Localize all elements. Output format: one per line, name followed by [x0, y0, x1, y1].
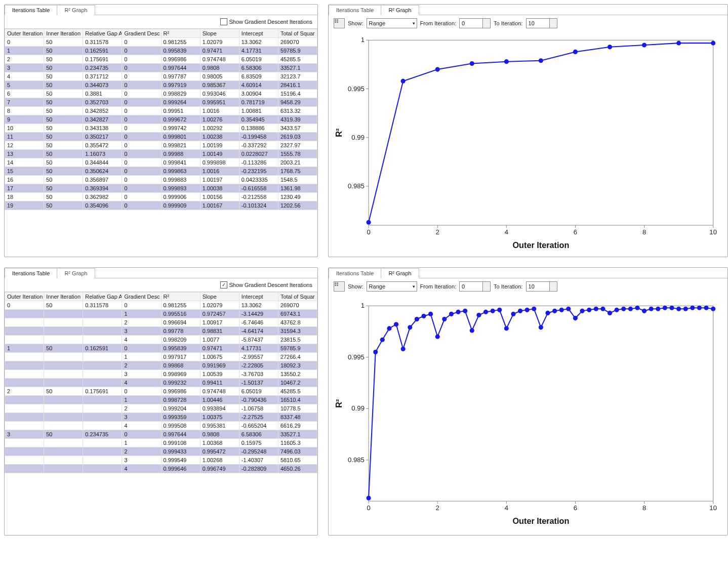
table-row[interactable]: 40.9982091.0077-5.8743723815.5: [5, 336, 317, 344]
tab-iterations[interactable]: Iterations Table: [5, 5, 57, 15]
table-row[interactable]: 10.9955160.972457-3.1442969743.1: [5, 310, 317, 318]
iterations-table-bottom[interactable]: Outer IterationInner IterationRelative G…: [5, 292, 317, 535]
col-header[interactable]: Relative Gap A: [83, 29, 122, 38]
table-row[interactable]: 10.9991081.003680.1597511605.3: [5, 439, 317, 447]
table-row[interactable]: 14500.34484400.9998410.999898-0.11328620…: [5, 158, 317, 167]
col-header[interactable]: Relative Gap A: [83, 293, 122, 301]
table-row[interactable]: 16500.35689700.9998831.001970.0423335154…: [5, 176, 317, 184]
tab-r2[interactable]: R² Graph: [381, 5, 419, 15]
table-row[interactable]: 40.9992320.99411-1.5013710467.2: [5, 379, 317, 387]
svg-point-64: [373, 350, 378, 354]
table-row[interactable]: 10.9979171.00675-2.9955727266.4: [5, 353, 317, 361]
table-row[interactable]: 10.9987281.00446-0.79043616510.4: [5, 396, 317, 404]
svg-text:1: 1: [361, 36, 365, 44]
show-grad-desc-checkbox[interactable]: [220, 18, 227, 25]
svg-text:R²: R²: [334, 399, 343, 408]
table-row[interactable]: 9500.34282700.9996721.002760.3549454319.…: [5, 115, 317, 124]
svg-point-97: [600, 307, 605, 311]
svg-text:0.995: 0.995: [348, 353, 365, 361]
table-row[interactable]: 30.997780.98831-4.6417431594.3: [5, 327, 317, 336]
table-row[interactable]: 20.9966941.00917-6.7464643762.8: [5, 318, 317, 327]
table-row[interactable]: 20.998680.991969-2.2280518092.3: [5, 361, 317, 370]
col-header[interactable]: Inner Iteration: [44, 293, 83, 301]
to-iteration-input[interactable]: 10▴▾: [526, 281, 557, 292]
col-header[interactable]: R²: [161, 29, 200, 38]
col-header[interactable]: R²: [161, 293, 200, 301]
show-grad-desc-checkbox[interactable]: [220, 281, 227, 288]
col-header[interactable]: Gradient Desc: [122, 29, 161, 38]
col-header[interactable]: Gradient Desc: [122, 293, 161, 301]
col-header[interactable]: Outer Iteration: [5, 29, 44, 38]
table-row[interactable]: 30.9993591.00375-2.275258337.48: [5, 413, 317, 422]
table-row[interactable]: 10500.34313800.9997421.002920.1388863433…: [5, 124, 317, 133]
table-row[interactable]: 5500.34407300.9979190.9853674.6091428416…: [5, 81, 317, 90]
table-row[interactable]: 40.9996460.996749-0.2828094650.26: [5, 465, 317, 473]
svg-text:8: 8: [642, 228, 646, 236]
from-label: From Iteration:: [420, 283, 457, 290]
from-iteration-input[interactable]: 0▴▾: [459, 18, 491, 28]
table-row[interactable]: 30.9989691.00539-3.7670313550.2: [5, 370, 317, 379]
table-row[interactable]: 20.9994330.995472-0.2952487496.03: [5, 447, 317, 456]
show-range-combo[interactable]: Range: [367, 281, 417, 292]
table-row[interactable]: 0500.31157800.9812551.0207913.3062269070: [5, 38, 317, 47]
table-row[interactable]: 0500.31157800.9812551.0207913.3062269070: [5, 301, 317, 310]
show-grad-desc-label: Show Gradient Descent Iterations: [229, 282, 312, 288]
svg-rect-1: [337, 19, 338, 21]
svg-text:6: 6: [574, 228, 577, 236]
tab-r2[interactable]: R² Graph: [381, 268, 419, 278]
table-row[interactable]: 2500.17569100.9969860.9747486.0501945285…: [5, 387, 317, 396]
col-header[interactable]: Slope: [200, 293, 239, 301]
svg-point-63: [367, 496, 371, 501]
from-iteration-input[interactable]: 0▴▾: [459, 281, 491, 292]
svg-point-113: [711, 307, 715, 311]
svg-point-101: [628, 307, 633, 311]
svg-rect-39: [337, 282, 338, 284]
col-header[interactable]: Outer Iteration: [5, 293, 44, 301]
to-iteration-input[interactable]: 10▴▾: [526, 18, 557, 28]
tab-iterations[interactable]: Iterations Table: [329, 268, 381, 278]
svg-point-100: [621, 307, 626, 311]
show-range-combo[interactable]: Range: [367, 18, 417, 28]
table-row[interactable]: 19500.35409600.9999091.00167-0.101324120…: [5, 201, 317, 210]
svg-text:0.995: 0.995: [348, 85, 365, 93]
svg-point-105: [656, 307, 660, 311]
table-row[interactable]: 2500.17569100.9969860.9747486.0501945285…: [5, 55, 317, 64]
show-options-button[interactable]: [334, 281, 345, 292]
table-row[interactable]: 20.9992040.993894-1.0675810778.5: [5, 404, 317, 413]
svg-rect-3: [337, 21, 338, 23]
col-header[interactable]: Total of Squar: [278, 293, 317, 301]
col-header[interactable]: Inner Iteration: [44, 29, 83, 38]
iterations-table-top[interactable]: Outer IterationInner IterationRelative G…: [5, 28, 317, 257]
table-row[interactable]: 8500.34285200.999511.00161.008816313.32: [5, 107, 317, 115]
svg-text:R²: R²: [334, 128, 343, 137]
table-row[interactable]: 30.9995491.00268-1.403075810.65: [5, 456, 317, 465]
panel-iterations-top: Iterations Table R² Graph Show Gradient …: [4, 4, 318, 257]
tab-iterations[interactable]: Iterations Table: [5, 268, 57, 278]
svg-text:Outer Iteration: Outer Iteration: [512, 240, 569, 250]
table-row[interactable]: 18500.36298200.9999061.00156-0.212558123…: [5, 193, 317, 201]
col-header[interactable]: Intercept: [239, 293, 278, 301]
table-row[interactable]: 1500.16259100.9958390.974714.1773159785.…: [5, 47, 317, 55]
table-row[interactable]: 17500.36939400.9998931.00038-0.616558136…: [5, 184, 317, 193]
table-row[interactable]: 3500.23473500.9976440.98086.5830633527.1: [5, 64, 317, 72]
col-header[interactable]: Intercept: [239, 29, 278, 38]
svg-rect-38: [335, 282, 336, 284]
table-row[interactable]: 4500.37171200.9977870.980056.8350932123.…: [5, 72, 317, 81]
col-header[interactable]: Slope: [200, 29, 239, 38]
tab-r2[interactable]: R² Graph: [57, 268, 95, 278]
svg-point-82: [497, 308, 502, 312]
show-options-button[interactable]: [334, 18, 345, 28]
table-row[interactable]: 12500.35547200.9998211.00199-0.337292232…: [5, 141, 317, 150]
tab-iterations[interactable]: Iterations Table: [329, 5, 381, 15]
table-row[interactable]: 3500.23473500.9976440.98086.5830633527.1: [5, 430, 317, 439]
table-row[interactable]: 11500.35021700.9998011.00238-0.199458261…: [5, 133, 317, 141]
table-row[interactable]: 40.9995080.995381-0.6652046616.29: [5, 422, 317, 430]
tab-r2[interactable]: R² Graph: [57, 5, 95, 15]
table-row[interactable]: 6500.388100.9988290.9930463.0090415196.4: [5, 90, 317, 98]
svg-point-112: [704, 306, 709, 310]
table-row[interactable]: 15500.35062400.9998631.0016-0.2321951768…: [5, 167, 317, 176]
table-row[interactable]: 1500.16259100.9958390.974714.1773159785.…: [5, 344, 317, 353]
table-row[interactable]: 13501.1607300.999881.001490.02280271555.…: [5, 150, 317, 158]
table-row[interactable]: 7500.35270300.9992640.9959510.7817199458…: [5, 98, 317, 107]
col-header[interactable]: Total of Squar: [278, 29, 317, 38]
